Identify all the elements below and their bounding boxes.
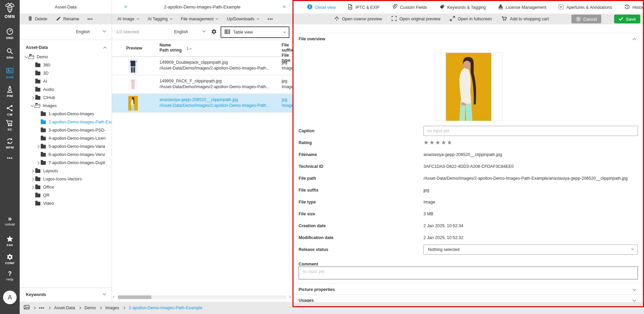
tree-item-video[interactable]: Video [20, 199, 112, 208]
list-more-button[interactable]: ••• [268, 17, 273, 21]
breadcrumb-item[interactable]: Demo [84, 306, 96, 310]
collapse-panel-icon[interactable]: « [124, 3, 127, 9]
tree-root[interactable]: Asset-Data [20, 43, 112, 52]
tab-iptc-exif[interactable]: IPTC & EXIF [348, 4, 380, 11]
list-language-select[interactable]: English [174, 30, 188, 34]
tab-keywords-tagging[interactable]: Keywords & Tagging [439, 4, 486, 11]
user-avatar[interactable]: A [3, 291, 17, 304]
tree-item-3-apollon[interactable]: 3-apollon-Demo-Images-PSD- [20, 126, 112, 134]
asset-preview[interactable] [435, 53, 503, 121]
rename-button[interactable]: Rename [56, 16, 79, 22]
tree-more-button[interactable]: ••• [87, 17, 93, 21]
tree-item-ai[interactable]: AI [20, 77, 112, 85]
file-management-menu[interactable]: File management [181, 17, 218, 21]
tree-item-cihub[interactable]: CIHub [20, 94, 112, 102]
tree-item-images[interactable]: Images [20, 102, 112, 110]
sidebar-more-button[interactable]: ••• [0, 155, 20, 160]
breadcrumb-item[interactable]: Images [105, 306, 119, 310]
breadcrumb-item[interactable]: Asset-Data [54, 306, 75, 310]
sidebar-item-label: PIM [0, 94, 20, 98]
sidebar-item-pim[interactable]: PIM [0, 86, 20, 98]
sidebar-item-srh[interactable]: SRH [0, 47, 20, 59]
dam-module-icon[interactable] [24, 305, 30, 311]
sidebar-item-dam[interactable]: DAM [0, 67, 20, 79]
file-row[interactable]: 149909_Doublepack_clippinpath.jpg/Asset-… [112, 57, 292, 75]
sort-indicator[interactable]: 1 [187, 47, 191, 51]
tree-item-2-apollon[interactable]: 2-apollon-Demo-Images-Path-Example [20, 118, 112, 126]
tree-item-3d[interactable]: 3D [20, 69, 112, 77]
field-rating: Rating ★★★★★ [299, 137, 638, 149]
tree-item-4-apollon[interactable]: 4-apollon-Demo-Images-Licen [20, 134, 112, 142]
column-preview[interactable]: Preview [126, 46, 142, 51]
tree-item-layouts[interactable]: Layouts [20, 167, 112, 175]
section-picture-properties[interactable]: Picture properties [299, 286, 636, 293]
ai-image-menu[interactable]: AI Image [117, 17, 139, 21]
panel-scrollbar-track[interactable] [293, 302, 643, 306]
add-to-cart-button[interactable]: Add to shopping cart [501, 16, 549, 22]
sidebar-item-fav[interactable]: FAV [0, 235, 20, 247]
sidebar-item-sc[interactable]: SC [0, 119, 20, 131]
tab-apertures-annotations[interactable]: Apertures & Annotations [558, 4, 612, 11]
tree-item-1-apollon[interactable]: 1-apollon-Demo-Images [20, 110, 112, 118]
scroll-right-icon[interactable] [289, 296, 290, 298]
tab-detail-view[interactable]: Detail view [307, 4, 336, 11]
scrollbar-thumb[interactable] [118, 295, 151, 299]
open-fullscreen-button[interactable]: Open in fullscreen [450, 16, 492, 22]
caption-input[interactable] [423, 126, 638, 136]
rating-stars[interactable]: ★★★★★ [423, 139, 638, 146]
sidebar-item-dbd[interactable]: DBD [0, 28, 20, 40]
breadcrumb-item-current[interactable]: 2-apollon-Demo-Images-Path-Example [129, 306, 202, 310]
sidebar-item-conf[interactable]: CONF [0, 254, 20, 265]
folder-icon [35, 202, 40, 205]
expand-panel-icon[interactable]: » [283, 3, 286, 9]
tab-custom-fields[interactable]: Custom Fields [392, 4, 427, 11]
open-coarse-preview-button[interactable]: Open coarse preview [334, 16, 382, 22]
comment-textarea[interactable] [299, 267, 638, 279]
file-row[interactable]: 149909_PACK_F_clippinpath.jpg/Asset-Data… [112, 75, 292, 94]
field-value: jpg [423, 188, 638, 193]
breadcrumb-more[interactable]: ••• [39, 306, 44, 310]
field-value: 2 Jan 2025, 10:52:34 [423, 223, 638, 228]
view-mode-select[interactable]: Table view [221, 26, 289, 38]
tree-item-360[interactable]: 360 [20, 61, 112, 69]
omn-logo[interactable]: OMN [0, 2, 20, 19]
tree-language-select[interactable]: English [20, 24, 112, 40]
ai-tagging-menu[interactable]: AI Tagging [148, 17, 172, 21]
open-original-preview-button[interactable]: Open original preview [392, 16, 440, 22]
chevron-down-icon [137, 17, 139, 19]
question-icon: ? [8, 270, 12, 277]
horizontal-scrollbar[interactable] [113, 295, 291, 300]
release-status-select[interactable]: Nothing selected [423, 244, 638, 255]
scroll-left-icon[interactable] [113, 296, 115, 298]
sync-icon [0, 137, 20, 145]
tree-item-office[interactable]: Office [20, 183, 112, 191]
cancel-button[interactable]: ✕ Cancel [571, 15, 601, 23]
delete-label: Delete [35, 17, 47, 21]
settings-gear-button[interactable] [211, 29, 217, 36]
file-thumbnail [128, 96, 138, 111]
sidebar-item-help[interactable]: ? Help [0, 271, 20, 281]
tree-item-5-apollon[interactable]: 5-apollon-Demo-Images-Varia [20, 142, 112, 151]
delete-button[interactable]: Delete [28, 16, 47, 22]
sidebar-item-unfold[interactable]: » Unfold [0, 216, 20, 226]
open-folder-icon [35, 104, 40, 107]
collapse-section-icon[interactable] [633, 38, 636, 42]
field-caption: Caption [299, 125, 638, 137]
up-downloads-menu[interactable]: Up/Downloads [227, 17, 259, 21]
column-name-path[interactable]: NamePath string [159, 43, 182, 53]
tree-item-logos[interactable]: Logos-Icons-Vectors [20, 175, 112, 183]
keywords-accordion[interactable]: Keywords [20, 288, 112, 302]
sidebar-item-cm[interactable]: CM [0, 104, 20, 116]
document-icon [348, 4, 353, 11]
tab-history-lock[interactable]: History & Lock-St... [624, 4, 644, 11]
tree-item-qr[interactable]: QR [20, 191, 112, 199]
sidebar-item-wfm[interactable]: WFM [0, 137, 20, 149]
tab-license-management[interactable]: License Management [498, 4, 547, 11]
tree-item-audio[interactable]: Audio [20, 85, 112, 94]
tree-item-demo[interactable]: Demo [20, 53, 112, 61]
folder-icon [35, 169, 40, 173]
file-row-selected[interactable]: anastasiya-gepp-206520__clippinpath.jpg/… [112, 94, 292, 113]
tree-item-6-apollon[interactable]: 6-apollon-Demo-Images-Versi [20, 151, 112, 159]
save-button[interactable]: Save [614, 15, 640, 23]
tree-item-7-apollon[interactable]: 7-apollon-Demo-Images-Dupli [20, 159, 112, 167]
